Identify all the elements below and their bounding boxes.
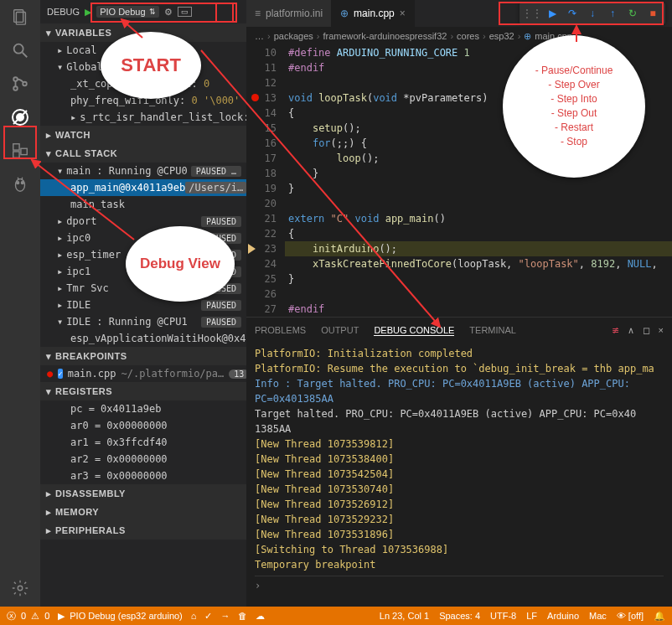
tab-problems[interactable]: PROBLEMS [255, 325, 306, 335]
frame-row[interactable]: app_main@0x4011a9eb/Users/i… [40, 179, 246, 196]
status-spaces[interactable]: Spaces: 4 [439, 611, 480, 621]
status-launch[interactable]: ▶PIO Debug (esp32 arduino) [58, 611, 183, 622]
tab-main-cpp[interactable]: ⊕main.cpp× [332, 0, 415, 27]
platformio-icon[interactable] [10, 174, 30, 194]
section-breakpoints[interactable]: ▾BREAKPOINTS [40, 347, 246, 365]
svg-line-16 [18, 178, 18, 180]
panel-up-icon[interactable]: ∧ [628, 325, 634, 336]
register-row[interactable]: ar0 = 0x00000000 [40, 417, 246, 434]
bottom-panel: PROBLEMS OUTPUT DEBUG CONSOLE TERMINAL ≡… [246, 317, 672, 607]
thread-row[interactable]: ▾main : Running @CPU0PAUSED … [40, 163, 246, 179]
thread-row[interactable]: ▸IDLEPAUSED [40, 297, 246, 313]
check-icon[interactable]: ✓ [204, 611, 212, 622]
var-row[interactable]: _xt_coproc_sa_offset: 0 [40, 75, 246, 92]
thread-row[interactable]: ▸esp_timerPAUSED [40, 246, 246, 263]
explorer-icon[interactable] [10, 7, 30, 27]
register-row[interactable]: ar3 = 0x00000000 [40, 467, 246, 484]
search-icon[interactable] [10, 40, 30, 60]
thread-row[interactable]: ▸Tmr SvcPAUSED [40, 280, 246, 297]
callstack-tree: ▾main : Running @CPU0PAUSED …app_main@0x… [40, 163, 246, 347]
start-debug-icon[interactable]: ▶ [85, 7, 91, 18]
frame-row[interactable]: esp_vApplicationWaitiHook@0x4013 [40, 330, 246, 347]
step-over-icon[interactable]: ↷ [563, 4, 582, 23]
svg-point-13 [16, 179, 25, 192]
debug-console[interactable]: PlatformIO: Initialization completedPlat… [246, 343, 672, 607]
status-encoding[interactable]: UTF-8 [490, 611, 516, 621]
debug-icon[interactable] [10, 107, 30, 127]
status-language[interactable]: Arduino [547, 611, 579, 621]
thread-row[interactable]: ▸dportPAUSED [40, 213, 246, 230]
upload-icon[interactable]: ☁ [256, 611, 265, 622]
breakpoint-row[interactable]: ● ✓ main.cpp ~/.platformio/pa… 13 [40, 365, 246, 382]
svg-point-2 [14, 44, 23, 54]
step-into-icon[interactable]: ↓ [583, 4, 602, 23]
restart-icon[interactable]: ↻ [623, 4, 642, 23]
section-registers[interactable]: ▾REGISTERS [40, 382, 246, 400]
clear-console-icon[interactable]: ≢ [612, 325, 619, 336]
svg-point-18 [18, 586, 23, 591]
tab-platformio-ini[interactable]: ≡platformio.ini [246, 0, 332, 27]
status-eol[interactable]: LF [526, 611, 537, 621]
section-disassembly[interactable]: ▸DISASSEMBLY [40, 484, 246, 503]
tab-output[interactable]: OUTPUT [321, 325, 359, 335]
section-variables[interactable]: ▾VARIABLES [40, 23, 246, 42]
drag-handle-icon[interactable]: ⋮⋮ [523, 4, 541, 23]
panel-maximize-icon[interactable]: ◻ [643, 325, 650, 336]
debug-label: DEBUG [47, 7, 80, 17]
section-callstack[interactable]: ▾CALL STACK [40, 144, 246, 163]
breakpoint-checkbox[interactable]: ✓ [58, 369, 62, 379]
editor-area: ≡platformio.ini ⊕main.cpp× ⋮⋮ ▶ ↷ ↓ ↑ ↻ … [246, 0, 672, 607]
svg-point-15 [21, 182, 23, 184]
register-row[interactable]: ar1 = 0x3ffcdf40 [40, 434, 246, 451]
status-os[interactable]: Mac [589, 611, 607, 621]
svg-point-6 [23, 82, 27, 86]
section-memory[interactable]: ▸MEMORY [40, 503, 246, 521]
thread-row[interactable]: ▾IDLE : Running @CPU1PAUSED [40, 313, 246, 330]
editor-tabs: ≡platformio.ini ⊕main.cpp× ⋮⋮ ▶ ↷ ↓ ↑ ↻ … [246, 0, 672, 27]
code-editor[interactable]: 101112131415161718192021222324252627 #de… [246, 45, 672, 317]
step-out-icon[interactable]: ↑ [603, 4, 622, 23]
panel-tabs: PROBLEMS OUTPUT DEBUG CONSOLE TERMINAL ≡… [246, 318, 672, 343]
activity-bar [0, 0, 40, 607]
panel-close-icon[interactable]: × [659, 325, 664, 336]
svg-point-4 [13, 77, 18, 81]
debug-console-toggle-icon[interactable]: ▭ [178, 7, 192, 17]
close-icon[interactable]: × [400, 8, 406, 19]
extensions-icon[interactable] [10, 141, 30, 161]
debug-settings-icon[interactable]: ⚙ [164, 7, 173, 18]
tab-terminal[interactable]: TERMINAL [469, 325, 516, 335]
svg-rect-10 [13, 144, 19, 150]
stop-icon[interactable]: ■ [644, 4, 662, 23]
section-watch[interactable]: ▸WATCH [40, 126, 246, 144]
status-position[interactable]: Ln 23, Col 1 [380, 611, 429, 621]
status-problems[interactable]: ⓧ0⚠0 [7, 610, 49, 622]
section-peripherals[interactable]: ▸PERIPHERALS [40, 521, 246, 540]
scm-icon[interactable] [10, 74, 30, 94]
bell-icon[interactable]: 🔔 [654, 611, 665, 622]
thread-row[interactable]: ▸ipc0PAUSED [40, 230, 246, 246]
breadcrumbs[interactable]: …› packages› framework-arduinoespressif3… [246, 27, 672, 45]
var-row[interactable]: ▸s_rtc_isr_handler_list_lock: {… [40, 109, 246, 126]
register-row[interactable]: pc = 0x4011a9eb [40, 400, 246, 417]
trash-icon[interactable]: 🗑 [238, 611, 247, 621]
tab-debug-console[interactable]: DEBUG CONSOLE [374, 325, 454, 336]
frame-row[interactable]: main_task [40, 196, 246, 213]
svg-line-3 [23, 53, 28, 58]
svg-point-9 [17, 114, 23, 121]
scope-local[interactable]: ▸Local [40, 42, 246, 59]
register-row[interactable]: ar2 = 0x00000000 [40, 451, 246, 467]
debug-config-select[interactable]: PIO Debug ⇅ [96, 6, 158, 18]
thread-row[interactable]: ▸ipc1PAUSED [40, 263, 246, 280]
cpp-icon: ⊕ [340, 8, 349, 19]
debug-toolbar: ⋮⋮ ▶ ↷ ↓ ↑ ↻ ■ [520, 3, 665, 24]
scope-global[interactable]: ▾Global [40, 59, 246, 75]
var-row[interactable]: phy_freq_wifi_only: 0 '\000' [40, 92, 246, 109]
continue-icon[interactable]: ▶ [543, 4, 561, 23]
svg-line-17 [22, 178, 23, 180]
svg-point-14 [17, 182, 19, 184]
status-preview[interactable]: 👁 [off] [617, 611, 644, 621]
arrow-right-icon[interactable]: → [220, 611, 230, 621]
settings-gear-icon[interactable] [10, 578, 30, 598]
svg-rect-12 [21, 148, 27, 154]
home-icon[interactable]: ⌂ [191, 611, 197, 621]
